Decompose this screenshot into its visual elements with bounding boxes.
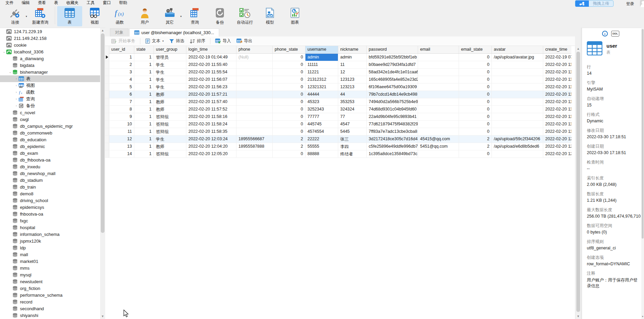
toolbar-button-chart[interactable]: 图表 xyxy=(282,6,307,26)
table-toolbar-filter[interactable]: 筛选 xyxy=(166,37,187,45)
toolbar-button-automation[interactable]: 自动运行 xyxy=(232,6,257,26)
grid-cell-email-row1[interactable] xyxy=(418,54,459,61)
grid-cell-user_id-row2[interactable]: 2 xyxy=(109,61,134,68)
grid-column-header-phone[interactable]: phone xyxy=(236,46,273,53)
login-button[interactable]: 登录 xyxy=(626,1,634,7)
grid-cell-phone-row13[interactable]: 18955587888 xyxy=(236,143,273,150)
grid-column-header-username[interactable]: username xyxy=(305,46,338,53)
toolbar-button-connection[interactable]: 连接▾ xyxy=(3,6,28,26)
grid-cell-avatar-row14[interactable] xyxy=(492,150,543,157)
row-gutter[interactable] xyxy=(105,61,109,68)
grid-cell-login_time-row13[interactable]: 2022-02-20 12:04:20 xyxy=(186,143,236,150)
tree-item-cookie[interactable]: cookie xyxy=(0,42,100,48)
grid-cell-login_time-row1[interactable]: 2022-02-19 01:04:49 xyxy=(186,54,236,61)
grid-cell-nickname-row1[interactable]: admin xyxy=(338,54,367,61)
grid-cell-user_id-row10[interactable]: 10 xyxy=(109,121,134,128)
menu-item-3[interactable]: 查看 xyxy=(34,0,49,6)
grid-cell-state-row11[interactable]: 1 xyxy=(134,128,154,135)
tree-item-db-campus-epidemic-mgr[interactable]: db_campus_epidemic_mgr xyxy=(0,123,100,129)
grid-cell-nickname-row3[interactable]: 12 xyxy=(338,69,367,76)
grid-cell-user_id-row6[interactable]: 6 xyxy=(109,91,134,98)
grid-cell-email_state-row1[interactable]: 0 xyxy=(459,54,492,61)
grid-cell-user_group-row2[interactable]: 学生 xyxy=(154,61,186,68)
grid-cell-avatar-row7[interactable] xyxy=(492,98,543,105)
grid-cell-phone-row9[interactable] xyxy=(236,113,273,120)
grid-cell-login_time-row2[interactable]: 2022-02-20 11:55:40 xyxy=(186,61,236,68)
grid-cell-create_time-row11[interactable]: 2022-02-20 11:5 xyxy=(543,128,571,135)
grid-column-header-create_time[interactable]: create_time xyxy=(543,46,571,53)
grid-cell-state-row1[interactable]: 1 xyxy=(134,54,154,61)
tree-item-ldp[interactable]: ldp xyxy=(0,244,100,251)
grid-cell-email-row10[interactable] xyxy=(418,121,459,128)
tree-item-newstudent[interactable]: newstudent xyxy=(0,278,100,285)
menu-item-4[interactable]: 表 xyxy=(51,0,62,6)
grid-cell-phone_state-row5[interactable]: 0 xyxy=(273,83,305,91)
grid-cell-state-row7[interactable]: 1 xyxy=(134,98,154,105)
grid-cell-avatar-row4[interactable] xyxy=(492,76,543,83)
grid-cell-create_time-row8[interactable]: 2022-02-20 11:5 xyxy=(543,106,571,113)
grid-cell-password-row13[interactable]: c5fe25896e49ddfe996db7 xyxy=(367,143,418,150)
grid-cell-phone_state-row1[interactable]: 0 xyxy=(273,54,305,61)
grid-cell-avatar-row6[interactable] xyxy=(492,91,543,98)
grid-cell-user_id-row13[interactable]: 13 xyxy=(109,143,134,150)
drag-upload-button[interactable]: 拖拽上传 xyxy=(575,0,614,7)
grid-cell-phone-row6[interactable] xyxy=(236,91,273,98)
tree-item-record[interactable]: record xyxy=(0,298,100,305)
dropdown-caret-icon[interactable]: ▾ xyxy=(162,40,164,43)
grid-cell-create_time-row5[interactable]: 2022-02-20 11:5 xyxy=(543,83,571,91)
grid-cell-nickname-row4[interactable]: 123123 xyxy=(338,76,367,83)
grid-cell-phone_state-row13[interactable]: 2 xyxy=(273,143,305,150)
grid-cell-email-row8[interactable] xyxy=(418,106,459,113)
grid-cell-email_state-row14[interactable]: 0 xyxy=(459,150,492,157)
tree-item-performance-schema[interactable]: performance_schema xyxy=(0,292,100,298)
grid-cell-user_group-row11[interactable]: 答辩组 xyxy=(154,128,186,135)
row-gutter[interactable] xyxy=(105,83,109,91)
grid-cell-login_time-row10[interactable]: 2022-02-20 11:58:24 xyxy=(186,121,236,128)
grid-cell-email-row9[interactable] xyxy=(418,113,459,120)
grid-cell-email_state-row3[interactable]: 0 xyxy=(459,69,492,76)
tree-expand-icon[interactable]: ⌄ xyxy=(8,70,12,74)
grid-cell-phone_state-row7[interactable]: 0 xyxy=(273,98,305,105)
grid-cell-state-row9[interactable]: 1 xyxy=(134,113,154,120)
grid-cell-phone_state-row6[interactable]: 0 xyxy=(273,91,305,98)
table-toolbar-export[interactable]: 导出 xyxy=(234,37,255,45)
grid-cell-avatar-row12[interactable]: /api/upload/59c2f344206 xyxy=(492,136,543,143)
tree-item-db-newshop-mall[interactable]: db_newshop_mall xyxy=(0,170,100,177)
grid-cell-create_time-row1[interactable]: 2022-02-19 07:3 xyxy=(543,54,571,61)
toolbar-button-table[interactable]: 表 xyxy=(57,6,82,26)
grid-cell-username-row12[interactable]: 22222 xyxy=(305,136,338,143)
grid-cell-nickname-row9[interactable]: 77 xyxy=(338,113,367,120)
grid-cell-email-row12[interactable]: 45415@qq.com xyxy=(418,136,459,143)
grid-cell-create_time-row13[interactable]: 2022-02-20 12:0 xyxy=(543,143,571,150)
grid-cell-username-row8[interactable]: 3252343 xyxy=(305,106,338,113)
grid-cell-email_state-row13[interactable]: 2 xyxy=(459,143,492,150)
toolbar-button-query[interactable]: 查询 xyxy=(182,6,207,26)
panel-scrollbar-thumb[interactable] xyxy=(642,29,644,239)
tab-objects[interactable]: 对象 xyxy=(110,28,129,36)
row-gutter[interactable] xyxy=(105,136,109,143)
row-gutter[interactable] xyxy=(105,128,109,135)
grid-cell-phone_state-row11[interactable]: 0 xyxy=(273,128,305,135)
grid-cell-email-row11[interactable] xyxy=(418,128,459,135)
grid-cell-create_time-row3[interactable]: 2022-02-20 11:5 xyxy=(543,69,571,76)
grid-cell-phone_state-row9[interactable]: 0 xyxy=(273,113,305,120)
grid-cell-phone-row7[interactable] xyxy=(236,98,273,105)
grid-cell-login_time-row11[interactable]: 2022-02-20 11:58:35 xyxy=(186,128,236,135)
tree-item-mysql[interactable]: mysql xyxy=(0,271,100,278)
grid-cell-phone-row4[interactable] xyxy=(236,76,273,83)
row-gutter[interactable] xyxy=(105,98,109,105)
menu-item-2[interactable]: 编辑 xyxy=(18,0,33,6)
toolbar-button-view[interactable]: 视图 xyxy=(82,6,107,26)
grid-cell-user_group-row6[interactable]: 教师 xyxy=(154,91,186,98)
grid-cell-login_time-row9[interactable]: 2022-02-20 11:58:16 xyxy=(186,113,236,120)
grid-cell-password-row12[interactable]: 3d2172418ce305c7d16d4 xyxy=(367,136,418,143)
tree-expand-icon[interactable]: › xyxy=(14,77,18,80)
tree-expand-icon[interactable]: › xyxy=(14,91,18,94)
grid-cell-user_group-row13[interactable]: 教师 xyxy=(154,143,186,150)
grid-cell-email-row3[interactable] xyxy=(418,69,459,76)
tree-item--[interactable]: ›表 xyxy=(0,75,100,82)
grid-cell-user_id-row7[interactable]: 7 xyxy=(109,98,134,105)
grid-cell-password-row9[interactable]: 22a4d9b04fe95c9893b41 xyxy=(367,113,418,120)
grid-cell-phone-row5[interactable] xyxy=(236,83,273,91)
grid-cell-password-row8[interactable]: 74d68d9301c04b945fd60 xyxy=(367,106,418,113)
